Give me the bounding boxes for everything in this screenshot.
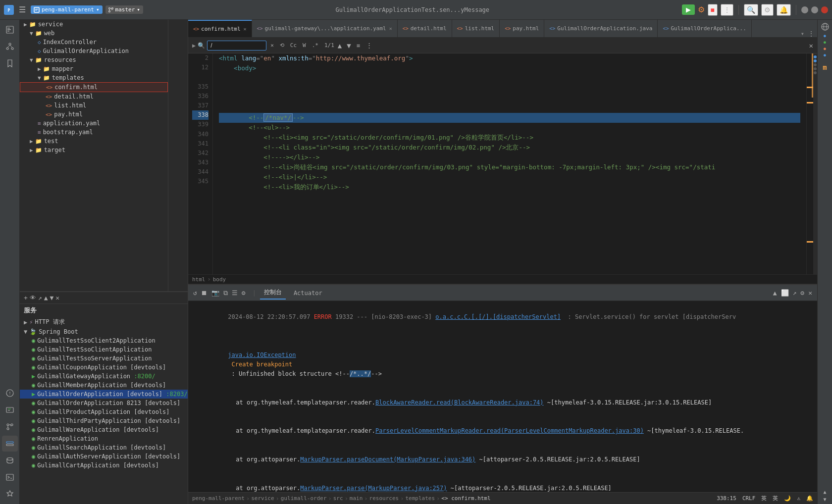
services-panel-icon[interactable]: [2, 436, 18, 452]
panel-more-icon[interactable]: ☰: [231, 288, 239, 298]
case-sensitive-btn[interactable]: Cc: [288, 42, 299, 49]
options-btn[interactable]: ⋮: [364, 41, 374, 50]
tree-item-listhtml[interactable]: <> list.html: [20, 101, 168, 110]
log-stack-link-1[interactable]: BlockAwareReader.read(BlockAwareReader.j…: [375, 399, 544, 406]
search-everywhere-button[interactable]: 🔍: [744, 4, 758, 16]
search-prev-btn[interactable]: ⟲: [278, 42, 286, 49]
services-app-testsso2[interactable]: ◉ GulimallTestSsoClient2Application: [20, 336, 188, 345]
services-up-icon[interactable]: ▲: [44, 294, 48, 302]
structure-icon[interactable]: [2, 39, 18, 54]
services-eye-icon[interactable]: 👁: [30, 294, 36, 302]
panel-settings-icon[interactable]: ⚙: [799, 288, 805, 298]
scroll-down-arrow[interactable]: ▼: [823, 497, 826, 502]
log-stack-link-3[interactable]: MarkupParser.parseDocument(MarkupParser.…: [300, 456, 475, 463]
bookmarks-icon[interactable]: [2, 55, 18, 71]
panel-scroll-up-icon[interactable]: ▲: [772, 288, 778, 298]
services-app-cart[interactable]: ◉ GulimallCartApplication [devtools]: [20, 461, 188, 470]
settings-button[interactable]: ⚙: [761, 4, 774, 16]
run-panel-icon[interactable]: [2, 402, 18, 418]
panel-maximize-icon[interactable]: ⬜: [780, 288, 790, 298]
services-app-member[interactable]: ◉ GulimallMemberApplication [devtools]: [20, 381, 188, 390]
database-icon[interactable]: [2, 453, 18, 468]
tree-item-payhtml[interactable]: <> pay.html: [20, 110, 168, 119]
panel-tab-actuator[interactable]: Actuator: [290, 288, 326, 299]
tab-detail[interactable]: <> detail.html: [398, 20, 452, 37]
tab-gulimallorder[interactable]: <> GulimallOrderApplication.java: [544, 20, 658, 37]
tab-confirm-close[interactable]: ✕: [244, 26, 247, 32]
services-app-coupon[interactable]: ◉ GulimallCouponApplication [devtools]: [20, 363, 188, 372]
git-icon[interactable]: [2, 419, 18, 435]
tree-item-mapper[interactable]: ▶ 📁 mapper: [20, 64, 168, 73]
debug-button[interactable]: ⚙: [698, 5, 705, 14]
filter-btn[interactable]: ≡: [355, 42, 362, 50]
close-button[interactable]: ✕: [821, 6, 828, 13]
tree-item-templates[interactable]: ▼ 📁 templates: [20, 73, 168, 82]
services-app-gateway[interactable]: ▶ GulimallGatewayApplication :8200/: [20, 372, 188, 381]
regex-btn[interactable]: .*: [310, 42, 320, 49]
more-actions-button[interactable]: ⋮: [721, 4, 733, 16]
tab-gateway[interactable]: <> gulimall-gateway\...\application.yaml…: [252, 20, 398, 37]
services-down-icon[interactable]: ▼: [50, 294, 53, 302]
minimize-button[interactable]: ─: [801, 6, 808, 13]
panel-tab-console[interactable]: 控制台: [260, 286, 286, 300]
run-button[interactable]: ▶: [682, 4, 695, 15]
services-app-search[interactable]: ◉ GulimallSearchApplication [devtools]: [20, 443, 188, 452]
maximize-button[interactable]: □: [811, 6, 818, 13]
tab-confirm[interactable]: <> confirm.html ✕: [188, 20, 252, 37]
stop-button[interactable]: ■: [708, 4, 718, 16]
search-input[interactable]: [207, 41, 266, 50]
services-close-icon[interactable]: ✕: [55, 294, 59, 302]
editor-indicator-2[interactable]: [814, 59, 817, 62]
services-app-product[interactable]: ◉ GulimallProductApplication [devtools]: [20, 407, 188, 416]
editor-indicator-5[interactable]: [814, 71, 817, 74]
panel-close-icon[interactable]: ✕: [807, 288, 813, 298]
tab-pay[interactable]: <> pay.html: [500, 20, 544, 37]
plugins-icon[interactable]: [2, 486, 18, 502]
tab-gateway-close[interactable]: ✕: [389, 26, 392, 31]
services-http-group[interactable]: ▶ ⚡ HTTP 请求: [20, 317, 188, 327]
scroll-up-arrow[interactable]: ▲: [823, 489, 826, 495]
search-icon[interactable]: 🔍: [198, 42, 205, 49]
tabs-more-icon[interactable]: ⋮: [808, 30, 814, 37]
tree-item-applicationyaml[interactable]: ≡ application.yaml: [20, 119, 168, 128]
tree-item-detailhtml[interactable]: <> detail.html: [20, 92, 168, 101]
tree-item-indexcontroller[interactable]: ◇ IndexController: [20, 38, 168, 47]
tree-item-resources[interactable]: ▼ 📁 resources: [20, 55, 168, 64]
right-sidebar-browser-icon[interactable]: [820, 22, 830, 32]
services-app-order2[interactable]: ◉ GulimallOrderApplication 8213 [devtool…: [20, 399, 188, 407]
tree-item-gulimallorderapplication[interactable]: ◇ GulimallOrderApplication: [20, 47, 168, 55]
log-class-link[interactable]: o.a.c.c.C.[.[/].[dispatcherServlet]: [435, 313, 561, 320]
tabs-dropdown-icon[interactable]: ▾: [801, 30, 804, 37]
services-app-testserver[interactable]: ◉ GulimallTestSsoServerApplication: [20, 354, 188, 363]
expand-arrow[interactable]: ▶: [192, 42, 196, 49]
panel-float-icon[interactable]: ↗: [792, 288, 798, 298]
log-stack-link-4[interactable]: MarkupParser.parse(MarkupParser.java:257…: [300, 485, 447, 492]
hamburger-menu[interactable]: ☰: [17, 4, 28, 15]
services-springboot-group[interactable]: ▼ 🍃 Spring Boot: [20, 327, 188, 336]
search-nav-down[interactable]: ▼: [345, 42, 352, 50]
tab-gulimallorder2[interactable]: <> GulimallOrderApplica...: [658, 20, 751, 37]
branch-badge[interactable]: master ▾: [105, 5, 143, 14]
services-app-auth[interactable]: ◉ GulimallAuthServerApplication [devtool…: [20, 452, 188, 461]
notifications-button[interactable]: 🔔: [777, 4, 791, 16]
tree-item-test[interactable]: ▶ 📁 test: [20, 137, 168, 146]
log-stack-link-2[interactable]: ParserLevelCommentMarkupReader.read(Pars…: [375, 427, 644, 434]
tab-list[interactable]: <> list.html: [452, 20, 500, 37]
terminal-icon[interactable]: [2, 469, 18, 485]
editor-scrollbar[interactable]: [806, 53, 813, 274]
panel-copy-icon[interactable]: ⧉: [222, 288, 229, 298]
tabs-overflow[interactable]: ▾ ⋮: [798, 30, 817, 37]
services-app-renren[interactable]: ◉ RenrenApplication: [20, 434, 188, 443]
editor-indicator-4[interactable]: [814, 67, 817, 70]
services-app-third[interactable]: ◉ GulimallThirdPartyApplication [devtool…: [20, 416, 188, 425]
log-ioexception-link[interactable]: java.io.IOException: [228, 352, 296, 358]
search-clear-btn[interactable]: ✕: [268, 42, 276, 49]
editor-indicator-1[interactable]: [814, 55, 817, 58]
services-add-icon[interactable]: +: [24, 294, 28, 302]
search-nav-up[interactable]: ▲: [336, 42, 343, 50]
project-view-icon[interactable]: [2, 22, 18, 38]
services-export-icon[interactable]: ↗: [38, 294, 42, 302]
tree-item-target[interactable]: ▶ 📁 target: [20, 146, 168, 154]
tree-item-service[interactable]: ▶ 📁 service: [20, 20, 168, 29]
tree-item-web[interactable]: ▼ 📁 web: [20, 29, 168, 38]
